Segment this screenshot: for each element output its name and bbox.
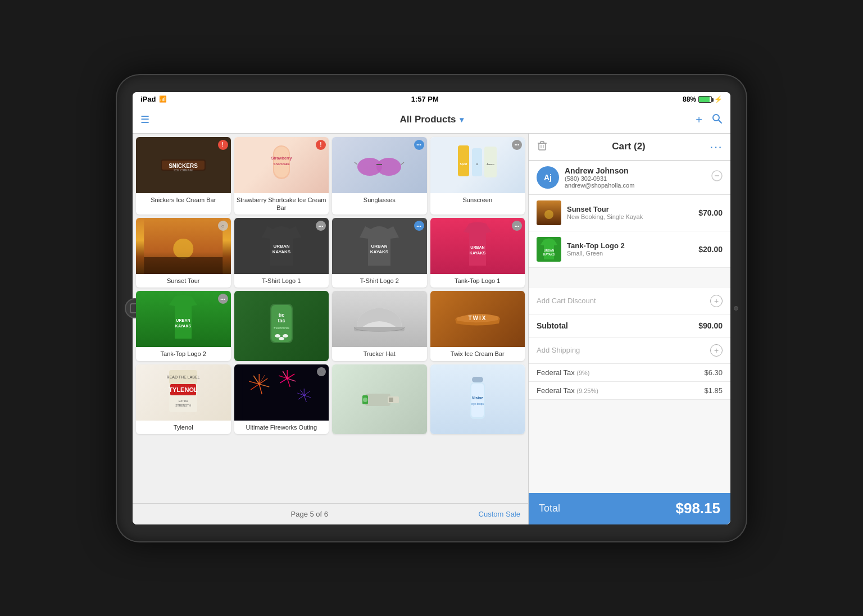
product-badge-tanktop2: ••• bbox=[218, 294, 228, 304]
cart-shipping-label: Add Shipping bbox=[537, 346, 580, 354]
product-card-tanktop2[interactable]: ••• URBAN KAYAKS Tank-Top Logo 2 bbox=[136, 291, 231, 361]
customer-phone: (580) 302-0931 bbox=[565, 175, 706, 182]
carrier-label: iPad bbox=[140, 95, 156, 103]
battery-fill bbox=[699, 97, 710, 102]
product-card-usb[interactable]: USB photo bbox=[332, 364, 427, 434]
product-badge-sunscreen: ••• bbox=[512, 140, 522, 150]
product-card-sunglasses[interactable]: ••• Sunglasses bbox=[332, 137, 427, 215]
add-discount-button[interactable]: + bbox=[710, 295, 723, 307]
svg-text:KAYAKS: KAYAKS bbox=[370, 249, 389, 254]
customer-avatar: Aj bbox=[537, 166, 559, 189]
svg-point-39 bbox=[279, 337, 284, 340]
product-badge-sunglasses: ••• bbox=[414, 140, 424, 150]
svg-text:URBAN: URBAN bbox=[371, 244, 388, 249]
product-badge-tanktop1: ••• bbox=[512, 221, 522, 231]
product-card-tshirt2[interactable]: ••• URBAN KAYAKS T-Shirt Logo 2 bbox=[332, 218, 427, 288]
pagination-bar: Page 5 of 6 Custom Sale bbox=[133, 503, 528, 524]
page-info: Page 5 of 6 bbox=[291, 510, 329, 518]
svg-text:URBAN: URBAN bbox=[544, 249, 554, 252]
tax-pct-2: (9.25%) bbox=[576, 387, 598, 394]
svg-text:TYLENOL: TYLENOL bbox=[169, 386, 198, 393]
cart-panel: Cart (2) ··· Aj Andrew Johnson (580) 302… bbox=[528, 134, 730, 524]
product-name-tylenol: Tylenol bbox=[136, 421, 231, 434]
tax-label-1: Federal Tax (9%) bbox=[537, 368, 590, 377]
product-card-tshirt1[interactable]: ••• URBAN KAYAKS T-Shirt Logo 1 bbox=[234, 218, 329, 288]
product-card-fireworks[interactable]: ○ bbox=[234, 364, 329, 434]
svg-line-13 bbox=[355, 162, 357, 165]
product-card-sunscreen[interactable]: ••• Sport 50 Aveeno Sunscreen bbox=[430, 137, 525, 215]
app-header: ☰ All Products ▾ + bbox=[133, 107, 730, 134]
total-value: $98.15 bbox=[675, 500, 720, 517]
product-image-strawberry: ! Strawberry Shortcake bbox=[234, 137, 329, 193]
product-image-snickers: ! SNICKERS ICE CREAM bbox=[136, 137, 231, 193]
custom-sale-button[interactable]: Custom Sale bbox=[479, 510, 520, 518]
time-label: 1:57 PM bbox=[411, 95, 439, 103]
ipad-screen: iPad 📶 1:57 PM 88% ⚡ ☰ All Products ▾ bbox=[133, 92, 730, 524]
products-title[interactable]: All Products ▾ bbox=[399, 114, 463, 125]
cart-total-row[interactable]: Total $98.15 bbox=[529, 493, 730, 524]
svg-line-14 bbox=[401, 162, 404, 165]
add-shipping-button[interactable]: + bbox=[710, 344, 723, 357]
cart-item-sunset: Sunset Tour New Booking, Single Kayak $7… bbox=[529, 195, 730, 231]
cart-item-image-tanktop: URBAN KAYAKS bbox=[537, 237, 561, 262]
cart-item-tanktop: URBAN KAYAKS Tank-Top Logo 2 Small, Gree… bbox=[529, 231, 730, 268]
product-image-sunset: ○ bbox=[136, 218, 231, 274]
product-badge-strawberry: ! bbox=[316, 140, 326, 150]
cart-item-price-sunset: $70.00 bbox=[698, 208, 723, 217]
tax-value-2: $1.85 bbox=[704, 386, 723, 395]
svg-point-11 bbox=[376, 158, 401, 176]
product-name-truckerhat: Trucker Hat bbox=[332, 347, 427, 361]
product-name-tshirt2: T-Shirt Logo 2 bbox=[332, 274, 427, 288]
cart-item-info-tanktop: Tank-Top Logo 2 Small, Green bbox=[567, 241, 693, 257]
svg-text:READ THE LABEL: READ THE LABEL bbox=[167, 375, 200, 379]
product-name-sunset: Sunset Tour bbox=[136, 274, 231, 288]
product-card-strawberry[interactable]: ! Strawberry Shortcake Strawberry Shortc… bbox=[234, 137, 329, 215]
add-icon[interactable]: + bbox=[696, 113, 702, 126]
header-left: ☰ bbox=[140, 113, 286, 126]
products-grid: ! SNICKERS ICE CREAM Snickers Ice Cream … bbox=[133, 134, 528, 503]
product-card-snickers[interactable]: ! SNICKERS ICE CREAM Snickers Ice Cream … bbox=[136, 137, 231, 215]
svg-text:KAYAKS: KAYAKS bbox=[272, 249, 291, 254]
cart-more-icon[interactable]: ··· bbox=[710, 139, 723, 154]
charging-icon: ⚡ bbox=[714, 95, 723, 103]
product-card-tanktop1[interactable]: ••• URBAN KAYAKS Tank-Top Logo 1 bbox=[430, 218, 525, 288]
cart-subtotal-row: Subtotal $90.00 bbox=[529, 314, 730, 337]
status-right: 88% ⚡ bbox=[683, 95, 723, 103]
svg-text:KAYAKS: KAYAKS bbox=[543, 253, 555, 256]
product-image-tanktop2: ••• URBAN KAYAKS bbox=[136, 291, 231, 347]
svg-text:tac: tac bbox=[278, 318, 285, 323]
product-card-sunset[interactable]: ○ bbox=[136, 218, 231, 288]
status-left: iPad 📶 bbox=[140, 95, 167, 103]
product-card-truckerhat[interactable]: Trucker Hat bbox=[332, 291, 427, 361]
svg-text:Visine: Visine bbox=[472, 396, 484, 400]
svg-rect-15 bbox=[458, 145, 469, 176]
svg-text:EXTRA: EXTRA bbox=[179, 399, 188, 403]
svg-rect-74 bbox=[389, 398, 393, 402]
battery-bar bbox=[698, 96, 712, 103]
svg-text:eye drops: eye drops bbox=[471, 402, 484, 405]
product-image-truckerhat bbox=[332, 291, 427, 347]
svg-point-22 bbox=[173, 239, 193, 259]
product-card-tylenol[interactable]: READ THE LABEL TYLENOL EXTRA STRENGTH Ty… bbox=[136, 364, 231, 434]
total-label: Total bbox=[539, 503, 560, 514]
product-card-tictac[interactable]: tic tac freshmints Tic Tac bbox=[234, 291, 329, 361]
customer-row: Aj Andrew Johnson (580) 302-0931 andrew@… bbox=[529, 161, 730, 195]
main-content: ! SNICKERS ICE CREAM Snickers Ice Cream … bbox=[133, 134, 730, 524]
trash-icon[interactable] bbox=[537, 140, 548, 154]
product-card-twix[interactable]: TWIX Twix Ice Cream Bar bbox=[430, 291, 525, 361]
remove-customer-button[interactable] bbox=[711, 170, 723, 184]
product-card-visine[interactable]: Visine eye drops Visine bbox=[430, 364, 525, 434]
product-image-twix: TWIX bbox=[430, 291, 525, 347]
hamburger-icon[interactable]: ☰ bbox=[140, 113, 149, 126]
product-image-tylenol: READ THE LABEL TYLENOL EXTRA STRENGTH bbox=[136, 364, 231, 421]
cart-shipping-row[interactable]: Add Shipping + bbox=[529, 337, 730, 364]
product-image-visine: Visine eye drops bbox=[430, 364, 525, 434]
product-image-tshirt2: ••• URBAN KAYAKS bbox=[332, 218, 427, 274]
cart-item-image-sunset bbox=[537, 200, 561, 225]
subtotal-label: Subtotal bbox=[537, 321, 568, 330]
product-image-tshirt1: ••• URBAN KAYAKS bbox=[234, 218, 329, 274]
search-icon[interactable] bbox=[711, 113, 723, 127]
cart-discount-row[interactable]: Add Cart Discount + bbox=[529, 288, 730, 314]
svg-point-37 bbox=[275, 334, 280, 337]
chevron-down-icon: ▾ bbox=[460, 115, 464, 124]
